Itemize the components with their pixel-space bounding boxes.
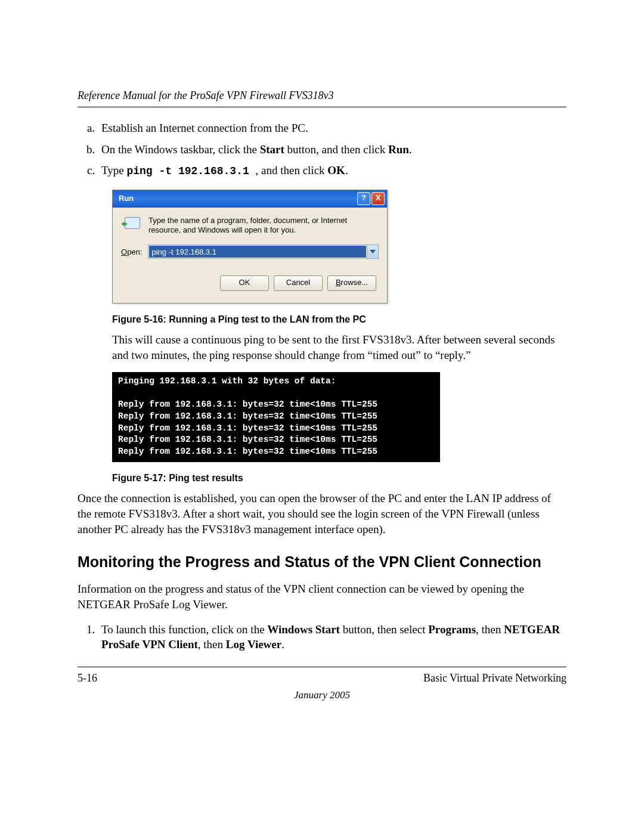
open-label: Open: — [121, 247, 142, 256]
step-c-post: . — [345, 164, 348, 176]
para-after-fig17: Once the connection is established, you … — [78, 491, 566, 537]
footer-page-num: 5-16 — [78, 672, 97, 685]
open-row: Open: — [121, 244, 379, 259]
help-icon[interactable]: ? — [357, 192, 370, 205]
run-dialog-title: Run — [119, 194, 134, 203]
footer-section: Basic Virtual Private Networking — [423, 672, 566, 685]
step-c: Type ping -t 192.168.3.1 , and then clic… — [98, 163, 566, 178]
step-c-mid: , and then click — [256, 164, 328, 176]
cancel-button[interactable]: Cancel — [274, 275, 323, 291]
footer-rule — [78, 667, 566, 667]
titlebar-buttons: ? X — [357, 192, 385, 205]
step-b-pre: On the Windows taskbar, click the — [101, 143, 260, 156]
step-a: Establish an Internet connection from th… — [98, 120, 566, 136]
step1-mid3: , then — [198, 638, 226, 651]
open-combobox[interactable] — [148, 244, 379, 259]
step-b-bold2: Run — [388, 143, 409, 156]
step-1: To launch this function, click on the Wi… — [98, 622, 566, 652]
footer-date: January 2005 — [78, 689, 566, 701]
step1-b1: Windows Start — [267, 623, 340, 636]
footer-row: 5-16 Basic Virtual Private Networking — [78, 672, 566, 685]
run-dialog-body: Type the name of a program, folder, docu… — [113, 208, 387, 304]
step1-mid1: button, then select — [340, 623, 428, 636]
step-b-bold1: Start — [260, 143, 284, 156]
step1-post: . — [281, 638, 284, 651]
step-a-text: Establish an Internet connection from th… — [101, 122, 308, 134]
close-icon[interactable]: X — [371, 192, 385, 205]
page-header-title: Reference Manual for the ProSafe VPN Fir… — [78, 89, 566, 102]
browse-button[interactable]: Browse... — [327, 275, 376, 291]
chevron-down-icon[interactable] — [367, 245, 378, 258]
dialog-button-row: OK Cancel Browse... — [121, 275, 379, 298]
figure-5-16-caption: Figure 5-16: Running a Ping test to the … — [112, 314, 566, 325]
page: Reference Manual for the ProSafe VPN Fir… — [0, 0, 644, 833]
run-dialog: Run ? X Type the name of a program, fold… — [112, 190, 388, 304]
svg-marker-0 — [370, 250, 376, 253]
header-rule — [78, 107, 566, 107]
step-c-bold: OK — [327, 164, 345, 176]
step-b: On the Windows taskbar, click the Start … — [98, 142, 566, 157]
step-b-mid: button, and then click — [284, 143, 388, 156]
run-description: Type the name of a program, folder, docu… — [148, 216, 379, 236]
ping-terminal-output: Pinging 192.168.3.1 with 32 bytes of dat… — [112, 372, 440, 462]
step1-b4: Log Viewer — [226, 638, 281, 651]
ok-button[interactable]: OK — [220, 275, 269, 291]
run-description-row: Type the name of a program, folder, docu… — [121, 216, 379, 236]
run-dialog-titlebar[interactable]: Run ? X — [113, 190, 387, 208]
section-heading: Monitoring the Progress and Status of th… — [78, 553, 566, 571]
figure-5-17-caption: Figure 5-17: Ping test results — [112, 473, 566, 484]
step1-b2: Programs — [428, 623, 476, 636]
step-c-pre: Type — [101, 164, 126, 176]
run-icon — [121, 216, 140, 231]
step1-pre: To launch this function, click on the — [101, 623, 267, 636]
step-b-post: . — [409, 143, 412, 156]
numbered-steps: To launch this function, click on the Wi… — [78, 622, 566, 652]
step1-mid2: , then — [476, 623, 504, 636]
step-c-code: ping -t 192.168.3.1 — [126, 165, 255, 177]
open-input[interactable] — [149, 246, 366, 258]
para-monitoring: Information on the progress and status o… — [78, 581, 566, 612]
substeps-list: Establish an Internet connection from th… — [78, 120, 566, 179]
para-after-fig16: This will cause a continuous ping to be … — [112, 332, 566, 363]
